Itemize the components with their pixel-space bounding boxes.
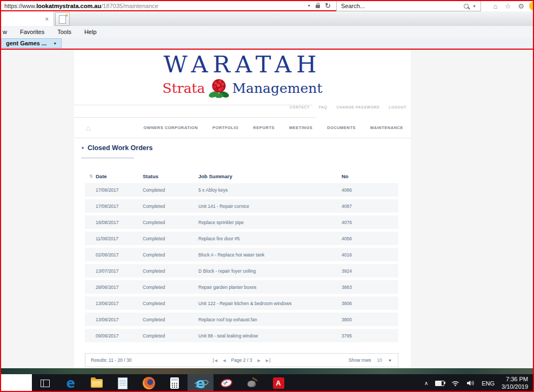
cell-status: Completed <box>143 204 198 209</box>
main-nav-item[interactable]: PORTFOLIO <box>212 125 238 130</box>
task-view-button[interactable] <box>32 374 58 392</box>
cell-job-summary: Replace sprinkler pipe <box>198 220 342 225</box>
edge-button[interactable]: e <box>58 374 84 392</box>
menu-item[interactable]: w <box>3 29 7 35</box>
gimp-button[interactable] <box>239 374 265 392</box>
show-rows-label: Show rows <box>349 357 371 363</box>
start-button-area[interactable] <box>1 374 32 392</box>
pagination-bar: Results: 11 - 20 / 30 ◀ ◀ Page 2 / 3 ▶ ▶… <box>85 353 398 367</box>
internet-explorer-button-active[interactable]: e <box>188 374 213 392</box>
main-nav-item[interactable]: DOCUMENTS <box>327 125 356 130</box>
main-nav-item[interactable]: OWNERS CORPORATION <box>144 125 198 130</box>
address-dropdown-caret-icon[interactable]: ▼ <box>307 4 311 8</box>
main-nav-items: OWNERS CORPORATIONPORTFOLIOREPORTSMEETIN… <box>144 125 411 130</box>
menu-item[interactable]: Help <box>84 29 97 35</box>
main-nav: ⌂ OWNERS CORPORATIONPORTFOLIOREPORTSMEET… <box>74 118 411 138</box>
nav-home-icon[interactable]: ⌂ <box>86 124 90 132</box>
tab-close-icon[interactable]: × <box>45 16 49 22</box>
cell-status: Completed <box>143 268 198 274</box>
battery-icon[interactable] <box>435 381 444 386</box>
calculator-button[interactable] <box>162 374 188 392</box>
table-row[interactable]: 13/06/2017 Completed Unit 122 - Repair k… <box>85 296 398 310</box>
search-dropdown-caret-icon[interactable]: ▼ <box>472 4 476 8</box>
cell-job-summary: Replace roof top exhaust fan <box>198 317 342 322</box>
main-nav-item[interactable]: MAINTENANCE <box>370 125 403 130</box>
header-job-summary[interactable]: Job Summary <box>198 173 342 179</box>
internet-explorer-icon: e <box>196 376 205 390</box>
search-box[interactable]: Search... ▼ <box>336 1 481 11</box>
menu-item[interactable]: Favorites <box>20 29 44 35</box>
search-icon[interactable] <box>464 4 469 9</box>
collapse-caret-icon[interactable]: ▼ <box>81 146 85 151</box>
new-tab-button[interactable] <box>55 12 70 26</box>
table-row[interactable]: 11/08/2017 Completed Replace fire door #… <box>85 232 398 245</box>
menu-item[interactable]: Tools <box>57 29 71 35</box>
first-page-icon[interactable]: ◀ <box>213 358 217 363</box>
favorites-item-caret-icon[interactable]: ▼ <box>53 42 57 45</box>
table-row[interactable]: 28/06/2017 Completed Repair garden plant… <box>85 280 398 294</box>
next-page-icon[interactable]: ▶ <box>257 358 260 363</box>
cell-no: 3800 <box>342 317 398 322</box>
lock-icon <box>316 5 320 8</box>
sort-icon[interactable]: ⇅ <box>89 174 96 179</box>
feedback-smiley-icon[interactable] <box>529 2 534 10</box>
home-icon[interactable]: ⌂ <box>493 2 498 10</box>
table-row[interactable]: 02/08/2017 Completed Block A - Replace h… <box>85 248 398 261</box>
main-nav-item[interactable]: MEETINGS <box>289 125 312 130</box>
cell-no: 4016 <box>342 252 398 258</box>
table-row[interactable]: 17/08/2017 Completed Unit 141 - Repair c… <box>85 199 398 213</box>
hidden-icons-chevron-icon[interactable]: ∧ <box>424 380 428 386</box>
taskbar: e e A ∧ ENG 7:36 PM 3/10/2019 <box>1 374 533 392</box>
refresh-icon[interactable]: ↻ <box>325 2 331 9</box>
utility-nav-link[interactable]: LOGOUT <box>389 105 406 109</box>
system-tray: ∧ ENG 7:36 PM 3/10/2019 <box>424 376 533 390</box>
utility-nav-link[interactable]: FAQ <box>319 105 328 109</box>
clock-time: 7:36 PM <box>506 376 528 382</box>
notepad-button[interactable] <box>110 374 136 392</box>
table-row[interactable]: 13/07/2017 Completed D Block - repair fo… <box>85 264 398 278</box>
prev-page-icon[interactable]: ◀ <box>223 358 225 363</box>
show-rows-value[interactable]: 10 <box>377 357 382 363</box>
gimp-icon <box>246 378 258 388</box>
cell-no: 3795 <box>342 333 398 339</box>
work-orders-table: ⇅ Date Status Job Summary No 17/08/2017 … <box>85 170 398 345</box>
firefox-button[interactable] <box>136 374 162 392</box>
volume-icon[interactable] <box>466 380 475 386</box>
language-indicator[interactable]: ENG <box>482 380 495 387</box>
table-row[interactable]: 16/08/2017 Completed Replace sprinkler p… <box>85 215 398 229</box>
desktop-wallpaper <box>1 368 533 374</box>
utility-nav-link[interactable]: CONTACT <box>290 105 310 109</box>
divider-line <box>74 105 312 105</box>
header-no[interactable]: No <box>342 173 398 179</box>
section-title-closed-work-orders[interactable]: ▼ Closed Work Orders <box>81 144 153 152</box>
table-row[interactable]: 13/06/2017 Completed Replace roof top ex… <box>85 313 398 326</box>
snipping-tool-button[interactable] <box>213 374 239 392</box>
logo-wordmark: WARATAH <box>74 51 411 78</box>
cell-job-summary: Unit 88 - seal leaking window <box>198 333 342 339</box>
show-rows-caret-icon[interactable]: ▼ <box>388 359 392 362</box>
search-placeholder: Search... <box>341 3 365 9</box>
cell-date: 02/08/2017 <box>96 252 143 258</box>
site-logo: WARATAH Strata Management <box>74 51 411 98</box>
browser-tab[interactable]: × <box>1 11 54 26</box>
file-explorer-button[interactable] <box>84 374 110 392</box>
task-view-icon <box>41 380 50 387</box>
main-nav-item[interactable]: REPORTS <box>253 125 275 130</box>
favorites-star-icon[interactable]: ☆ <box>505 2 511 10</box>
table-row[interactable]: 17/08/2017 Completed 5 x Abloy keys 4086 <box>85 183 398 197</box>
favorites-bar-item[interactable]: gent Games ... ▼ <box>1 38 62 48</box>
settings-gear-icon[interactable]: ⚙ <box>518 2 524 10</box>
header-status[interactable]: Status <box>143 173 198 179</box>
logo-management-text: Management <box>232 80 323 96</box>
adobe-reader-button[interactable]: A <box>265 374 291 392</box>
cell-date: 13/06/2017 <box>96 301 143 306</box>
last-page-icon[interactable]: ▶ <box>266 358 270 363</box>
header-date[interactable]: Date <box>96 173 143 179</box>
cell-date: 13/07/2017 <box>96 268 143 274</box>
calculator-icon <box>170 377 179 389</box>
table-row[interactable]: 09/06/2017 Completed Unit 88 - seal leak… <box>85 329 398 342</box>
taskbar-clock[interactable]: 7:36 PM 3/10/2019 <box>502 376 528 390</box>
wifi-icon[interactable] <box>451 380 459 386</box>
utility-nav-link[interactable]: CHANGE PASSWORD <box>336 105 379 109</box>
address-bar[interactable]: https://www.lookatmystrata.com.au/187035… <box>1 1 336 11</box>
